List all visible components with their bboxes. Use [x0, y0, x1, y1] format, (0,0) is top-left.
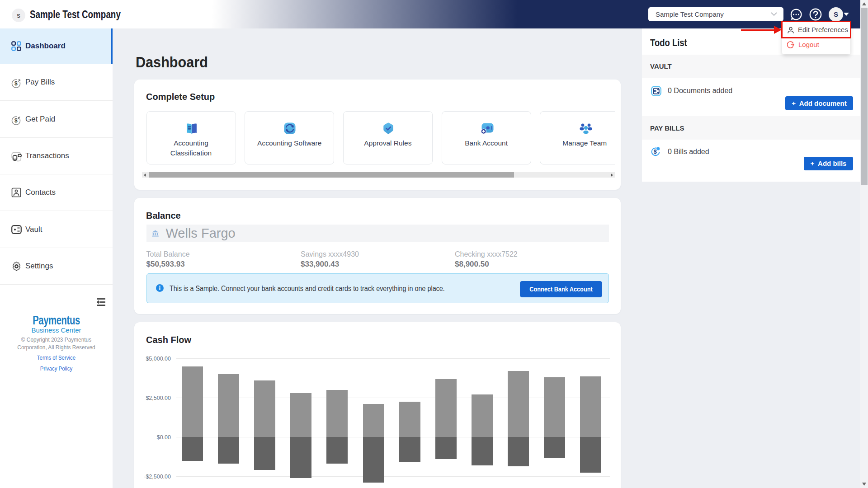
svg-text:$: $ [14, 117, 18, 124]
svg-text:$: $ [14, 80, 18, 87]
svg-text:$: $ [654, 149, 657, 155]
